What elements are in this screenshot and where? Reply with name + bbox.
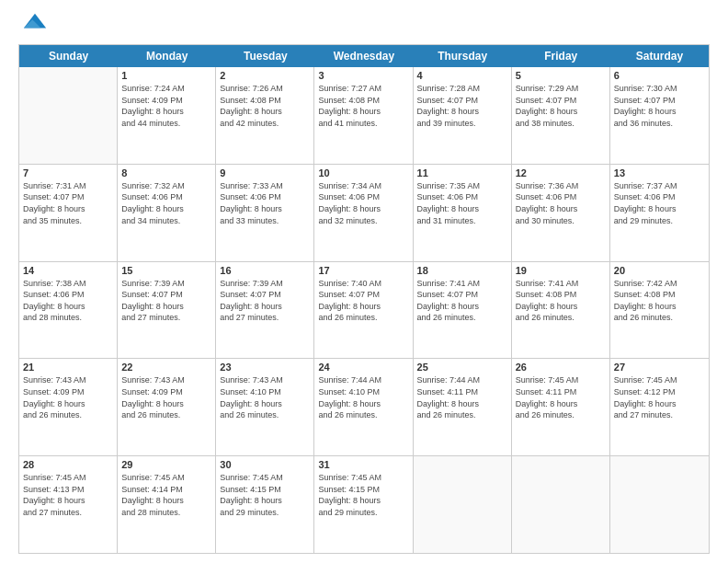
calendar-cell: 23Sunrise: 7:43 AMSunset: 4:10 PMDayligh…	[216, 359, 314, 455]
day-number: 12	[516, 167, 606, 178]
logo-icon	[22, 9, 48, 35]
calendar-cell: 2Sunrise: 7:26 AMSunset: 4:08 PMDaylight…	[216, 67, 314, 164]
day-info: Sunrise: 7:38 AMSunset: 4:06 PMDaylight:…	[23, 278, 113, 324]
day-number: 29	[121, 459, 211, 470]
calendar-cell	[512, 456, 610, 553]
calendar-cell: 9Sunrise: 7:33 AMSunset: 4:06 PMDaylight…	[216, 165, 314, 261]
day-info: Sunrise: 7:41 AMSunset: 4:07 PMDaylight:…	[417, 278, 507, 324]
page: SundayMondayTuesdayWednesdayThursdayFrid…	[0, 0, 728, 563]
day-number: 4	[417, 70, 507, 81]
day-number: 7	[23, 167, 113, 178]
day-number: 2	[220, 70, 310, 81]
day-info: Sunrise: 7:45 AMSunset: 4:14 PMDaylight:…	[121, 472, 211, 518]
day-info: Sunrise: 7:36 AMSunset: 4:06 PMDaylight:…	[516, 180, 606, 226]
calendar-cell: 30Sunrise: 7:45 AMSunset: 4:15 PMDayligh…	[216, 456, 314, 553]
day-number: 6	[614, 70, 705, 81]
calendar-row: 7Sunrise: 7:31 AMSunset: 4:07 PMDaylight…	[19, 165, 709, 262]
day-info: Sunrise: 7:42 AMSunset: 4:08 PMDaylight:…	[614, 278, 705, 324]
day-info: Sunrise: 7:45 AMSunset: 4:15 PMDaylight:…	[318, 472, 408, 518]
calendar: SundayMondayTuesdayWednesdayThursdayFrid…	[18, 44, 710, 554]
calendar-cell: 28Sunrise: 7:45 AMSunset: 4:13 PMDayligh…	[19, 456, 118, 553]
calendar-cell: 18Sunrise: 7:41 AMSunset: 4:07 PMDayligh…	[414, 262, 512, 359]
calendar-cell: 14Sunrise: 7:38 AMSunset: 4:06 PMDayligh…	[19, 262, 118, 359]
day-info: Sunrise: 7:24 AMSunset: 4:09 PMDaylight:…	[121, 83, 211, 129]
day-info: Sunrise: 7:45 AMSunset: 4:13 PMDaylight:…	[23, 472, 113, 518]
day-info: Sunrise: 7:37 AMSunset: 4:06 PMDaylight:…	[614, 180, 705, 226]
calendar-cell: 25Sunrise: 7:44 AMSunset: 4:11 PMDayligh…	[414, 359, 512, 455]
calendar-cell: 1Sunrise: 7:24 AMSunset: 4:09 PMDaylight…	[118, 67, 216, 164]
calendar-cell: 6Sunrise: 7:30 AMSunset: 4:07 PMDaylight…	[610, 67, 709, 164]
calendar-cell: 21Sunrise: 7:43 AMSunset: 4:09 PMDayligh…	[19, 359, 118, 455]
day-number: 20	[614, 265, 705, 276]
header-day-monday: Monday	[118, 45, 216, 67]
calendar-cell	[414, 456, 512, 553]
calendar-cell: 29Sunrise: 7:45 AMSunset: 4:14 PMDayligh…	[118, 456, 216, 553]
day-number: 21	[23, 362, 113, 373]
logo	[18, 17, 48, 35]
day-number: 8	[121, 167, 211, 178]
day-number: 10	[318, 167, 408, 178]
day-info: Sunrise: 7:28 AMSunset: 4:07 PMDaylight:…	[417, 83, 507, 129]
calendar-body: 1Sunrise: 7:24 AMSunset: 4:09 PMDaylight…	[19, 67, 709, 553]
calendar-cell: 20Sunrise: 7:42 AMSunset: 4:08 PMDayligh…	[610, 262, 709, 359]
day-number: 17	[318, 265, 408, 276]
day-number: 15	[121, 265, 211, 276]
day-info: Sunrise: 7:41 AMSunset: 4:08 PMDaylight:…	[516, 278, 606, 324]
day-number: 27	[614, 362, 705, 373]
calendar-cell: 19Sunrise: 7:41 AMSunset: 4:08 PMDayligh…	[512, 262, 610, 359]
calendar-cell: 26Sunrise: 7:45 AMSunset: 4:11 PMDayligh…	[512, 359, 610, 455]
calendar-cell: 3Sunrise: 7:27 AMSunset: 4:08 PMDaylight…	[314, 67, 413, 164]
calendar-cell	[19, 67, 118, 164]
calendar-cell: 7Sunrise: 7:31 AMSunset: 4:07 PMDaylight…	[19, 165, 118, 261]
day-number: 23	[220, 362, 310, 373]
day-info: Sunrise: 7:26 AMSunset: 4:08 PMDaylight:…	[220, 83, 310, 129]
day-number: 14	[23, 265, 113, 276]
day-info: Sunrise: 7:30 AMSunset: 4:07 PMDaylight:…	[614, 83, 705, 129]
day-info: Sunrise: 7:45 AMSunset: 4:11 PMDaylight:…	[516, 374, 606, 420]
calendar-cell: 11Sunrise: 7:35 AMSunset: 4:06 PMDayligh…	[414, 165, 512, 261]
day-info: Sunrise: 7:32 AMSunset: 4:06 PMDaylight:…	[121, 180, 211, 226]
calendar-cell: 17Sunrise: 7:40 AMSunset: 4:07 PMDayligh…	[314, 262, 413, 359]
day-number: 31	[318, 459, 408, 470]
calendar-cell: 16Sunrise: 7:39 AMSunset: 4:07 PMDayligh…	[216, 262, 314, 359]
calendar-cell: 8Sunrise: 7:32 AMSunset: 4:06 PMDaylight…	[118, 165, 216, 261]
day-number: 16	[220, 265, 310, 276]
day-info: Sunrise: 7:45 AMSunset: 4:12 PMDaylight:…	[614, 374, 705, 420]
day-info: Sunrise: 7:34 AMSunset: 4:06 PMDaylight:…	[318, 180, 408, 226]
day-info: Sunrise: 7:45 AMSunset: 4:15 PMDaylight:…	[220, 472, 310, 518]
day-info: Sunrise: 7:44 AMSunset: 4:10 PMDaylight:…	[318, 374, 408, 420]
calendar-row: 21Sunrise: 7:43 AMSunset: 4:09 PMDayligh…	[19, 359, 709, 456]
calendar-row: 1Sunrise: 7:24 AMSunset: 4:09 PMDaylight…	[19, 67, 709, 165]
day-info: Sunrise: 7:43 AMSunset: 4:09 PMDaylight:…	[23, 374, 113, 420]
day-info: Sunrise: 7:35 AMSunset: 4:06 PMDaylight:…	[417, 180, 507, 226]
day-info: Sunrise: 7:29 AMSunset: 4:07 PMDaylight:…	[516, 83, 606, 129]
day-number: 28	[23, 459, 113, 470]
day-number: 25	[417, 362, 507, 373]
calendar-cell	[610, 456, 709, 553]
day-info: Sunrise: 7:44 AMSunset: 4:11 PMDaylight:…	[417, 374, 507, 420]
day-number: 30	[220, 459, 310, 470]
calendar-cell: 27Sunrise: 7:45 AMSunset: 4:12 PMDayligh…	[610, 359, 709, 455]
header-day-thursday: Thursday	[414, 45, 512, 67]
day-number: 11	[417, 167, 507, 178]
calendar-cell: 4Sunrise: 7:28 AMSunset: 4:07 PMDaylight…	[414, 67, 512, 164]
day-number: 5	[516, 70, 606, 81]
day-number: 26	[516, 362, 606, 373]
day-number: 1	[121, 70, 211, 81]
day-number: 13	[614, 167, 705, 178]
calendar-cell: 13Sunrise: 7:37 AMSunset: 4:06 PMDayligh…	[610, 165, 709, 261]
calendar-cell: 24Sunrise: 7:44 AMSunset: 4:10 PMDayligh…	[314, 359, 413, 455]
header-day-wednesday: Wednesday	[314, 45, 413, 67]
header-day-sunday: Sunday	[19, 45, 118, 67]
calendar-cell: 22Sunrise: 7:43 AMSunset: 4:09 PMDayligh…	[118, 359, 216, 455]
day-number: 9	[220, 167, 310, 178]
day-number: 24	[318, 362, 408, 373]
calendar-cell: 15Sunrise: 7:39 AMSunset: 4:07 PMDayligh…	[118, 262, 216, 359]
day-info: Sunrise: 7:31 AMSunset: 4:07 PMDaylight:…	[23, 180, 113, 226]
day-info: Sunrise: 7:43 AMSunset: 4:09 PMDaylight:…	[121, 374, 211, 420]
day-info: Sunrise: 7:43 AMSunset: 4:10 PMDaylight:…	[220, 374, 310, 420]
calendar-row: 14Sunrise: 7:38 AMSunset: 4:06 PMDayligh…	[19, 262, 709, 360]
calendar-row: 28Sunrise: 7:45 AMSunset: 4:13 PMDayligh…	[19, 456, 709, 553]
header	[18, 17, 710, 35]
day-number: 18	[417, 265, 507, 276]
